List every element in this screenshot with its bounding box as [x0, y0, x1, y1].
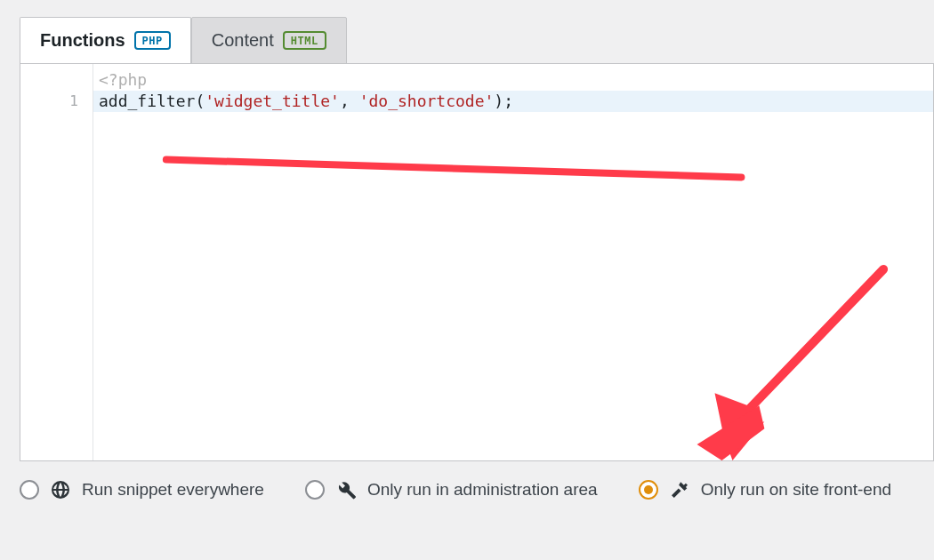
- option-run-admin-label: Only run in administration area: [367, 480, 598, 500]
- code-area[interactable]: <?php add_filter('widget_title', 'do_sho…: [93, 64, 933, 460]
- radio-frontend[interactable]: [639, 480, 658, 500]
- tab-content-label: Content: [212, 30, 274, 51]
- wrench-icon: [335, 479, 357, 500]
- globe-icon: [50, 479, 71, 500]
- annotation-overlay: [93, 64, 933, 460]
- svg-line-1: [723, 269, 883, 436]
- option-run-frontend[interactable]: Only run on site front-end: [639, 479, 891, 500]
- line-number-blank: 0: [20, 69, 78, 91]
- option-run-admin[interactable]: Only run in administration area: [305, 479, 598, 500]
- radio-admin[interactable]: [305, 480, 325, 500]
- tab-functions[interactable]: Functions PHP: [20, 17, 191, 64]
- php-badge: PHP: [134, 31, 171, 50]
- svg-marker-3: [723, 421, 764, 460]
- tab-functions-label: Functions: [40, 30, 125, 51]
- code-line-1: add_filter('widget_title', 'do_shortcode…: [93, 91, 933, 112]
- code-type-tabs: Functions PHP Content HTML: [20, 16, 934, 63]
- run-location-options: Run snippet everywhere Only run in admin…: [0, 461, 934, 518]
- option-run-everywhere-label: Run snippet everywhere: [82, 480, 264, 500]
- svg-line-0: [166, 160, 742, 178]
- tab-content[interactable]: Content HTML: [191, 17, 347, 64]
- code-editor[interactable]: 0 1 <?php add_filter('widget_title', 'do…: [20, 63, 934, 461]
- option-run-everywhere[interactable]: Run snippet everywhere: [20, 479, 264, 500]
- hammer-icon: [669, 479, 690, 500]
- html-badge: HTML: [283, 31, 326, 50]
- svg-marker-4: [697, 405, 765, 460]
- svg-marker-2: [715, 393, 758, 436]
- code-open-tag: <?php: [93, 69, 933, 91]
- radio-everywhere[interactable]: [20, 480, 39, 500]
- line-number-1: 1: [20, 91, 78, 112]
- option-run-frontend-label: Only run on site front-end: [701, 480, 891, 500]
- line-number-gutter: 0 1: [20, 64, 93, 460]
